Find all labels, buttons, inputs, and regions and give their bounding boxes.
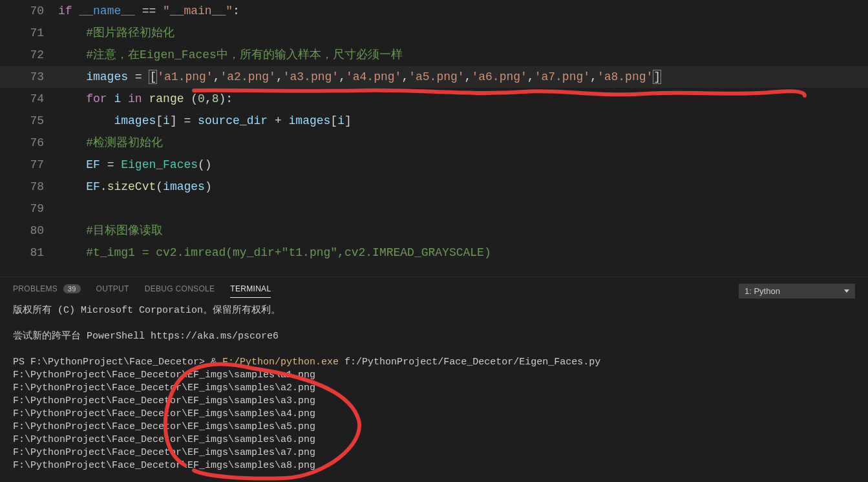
terminal-output[interactable]: 版权所有 (C) Microsoft Corporation。保留所有权利。 尝… [0,299,868,482]
terminal-selector-label: 1: Python [745,286,780,296]
token-comment: #t_img1 = cv2.imread(my_dir+"t1.png",cv2… [86,246,491,259]
token-builtin: __name__ [79,5,134,17]
terminal-line: F:\PythonProject\Face_Decetor\EF_imgs\sa… [13,446,855,459]
token-op: , [590,70,597,83]
panel-tabs: Problems 39 Output Debug Console Termina… [0,277,868,299]
token-op: [ [330,114,337,127]
token-kw: if [58,5,72,17]
code-line[interactable]: 75 images[i] = source_dir + images[i] [0,110,868,132]
code-line[interactable]: 70if __name__ == "__main__": [0,0,868,22]
token-op: + [268,114,288,127]
token-kw: in [128,92,142,105]
token-op: , [401,70,408,83]
line-number: 74 [0,88,58,110]
code-line[interactable]: 78 EF.sizeCvt(images) [0,176,868,198]
code-line[interactable]: 79 [0,198,868,220]
terminal-line [13,317,855,330]
line-number: 79 [0,198,58,220]
token-var: i [163,114,170,127]
token-str: 'a8.png' [597,70,653,83]
token-var: i [337,114,344,127]
tab-problems-label: Problems [13,284,58,293]
token-op: , [276,70,283,83]
token-op: ): [219,92,233,105]
tab-output[interactable]: Output [96,284,129,297]
token-comment: #图片路径初始化 [86,26,175,39]
code-content[interactable]: if __name__ == "__main__": [58,0,868,22]
code-content[interactable]: #图片路径初始化 [58,22,868,44]
token-str: 'a6.png' [471,70,527,83]
token-cls: Eigen_Faces [121,158,198,171]
token-op: == [135,5,163,17]
line-number: 75 [0,110,58,132]
terminal-line: F:\PythonProject\Face_Decetor\EF_imgs\sa… [13,434,855,446]
token-var: EF [86,158,100,171]
token-brhl: ] [653,70,661,84]
line-number: 72 [0,44,58,66]
token-op [142,92,149,105]
token-op: , [465,70,472,83]
tab-debug-console[interactable]: Debug Console [145,284,215,297]
token-fn: range [149,92,184,105]
terminal-selector[interactable]: 1: Python [739,284,855,299]
token-str: 'a5.png' [408,70,464,83]
code-line[interactable]: 71 #图片路径初始化 [0,22,868,44]
token-op: : [233,5,240,17]
line-number: 81 [0,242,58,264]
code-content[interactable]: images[i] = source_dir + images[i] [58,110,868,132]
token-op [72,5,79,17]
code-content[interactable]: EF.sizeCvt(images) [58,176,868,198]
token-fn: sizeCvt [107,180,156,193]
tab-problems[interactable]: Problems 39 [13,284,81,297]
code-line[interactable]: 81 #t_img1 = cv2.imread(my_dir+"t1.png",… [0,242,868,264]
token-str: 'a2.png' [220,70,275,83]
token-op: ] = [170,114,198,127]
code-line[interactable]: 76 #检测器初始化 [0,132,868,154]
code-content[interactable]: images = ['a1.png','a2.png','a3.png','a4… [58,66,868,88]
token-comment: #目标图像读取 [86,224,163,237]
code-line[interactable]: 72 #注意，在Eigen_Faces中，所有的输入样本，尺寸必须一样 [0,44,868,66]
bottom-panel: Problems 39 Output Debug Console Termina… [0,277,868,482]
terminal-line: 版权所有 (C) Microsoft Corporation。保留所有权利。 [13,304,855,317]
code-line[interactable]: 80 #目标图像读取 [0,220,868,242]
token-kw: for [86,92,107,105]
code-line[interactable]: 77 EF = Eigen_Faces() [0,154,868,176]
token-str: "__main__" [163,5,233,17]
token-op: , [205,92,212,105]
code-content[interactable]: EF = Eigen_Faces() [58,154,868,176]
token-str: 'a1.png' [157,70,213,83]
token-brhl: [ [149,70,157,84]
line-number: 73 [0,66,58,88]
terminal-line: F:\PythonProject\Face_Decetor\EF_imgs\sa… [13,459,855,472]
token-op: = [128,70,149,83]
line-number: 78 [0,176,58,198]
token-op: , [527,70,535,83]
token-op: , [339,70,346,83]
token-var: images [86,70,128,83]
code-content[interactable]: for i in range (0,8): [58,88,868,110]
code-line[interactable]: 73 images = ['a1.png','a2.png','a3.png',… [0,66,868,88]
token-op: ( [184,92,198,105]
tab-terminal[interactable]: Terminal [230,284,271,298]
terminal-line: F:\PythonProject\Face_Decetor\EF_imgs\sa… [13,408,855,421]
token-str: 'a3.png' [283,70,339,83]
editor-pane[interactable]: 70if __name__ == "__main__":71 #图片路径初始化7… [0,0,868,277]
token-num: 0 [198,92,205,105]
token-comment: #注意，在Eigen_Faces中，所有的输入样本，尺寸必须一样 [86,48,403,61]
code-content[interactable]: #检测器初始化 [58,132,868,154]
terminal-line: PS F:\PythonProject\Face_Decetor> & F:/P… [13,356,855,369]
token-op: () [198,158,212,171]
line-number: 80 [0,220,58,242]
token-var: images [163,180,205,193]
token-op: . [100,180,107,193]
token-op [107,92,114,105]
token-num: 8 [212,92,219,105]
line-number: 71 [0,22,58,44]
token-op: ( [156,180,163,193]
code-line[interactable]: 74 for i in range (0,8): [0,88,868,110]
code-content[interactable]: #注意，在Eigen_Faces中，所有的输入样本，尺寸必须一样 [58,44,868,66]
code-content[interactable]: #目标图像读取 [58,220,868,242]
token-op: [ [156,114,163,127]
chevron-down-icon [844,289,849,293]
code-content[interactable]: #t_img1 = cv2.imread(my_dir+"t1.png",cv2… [58,242,868,264]
